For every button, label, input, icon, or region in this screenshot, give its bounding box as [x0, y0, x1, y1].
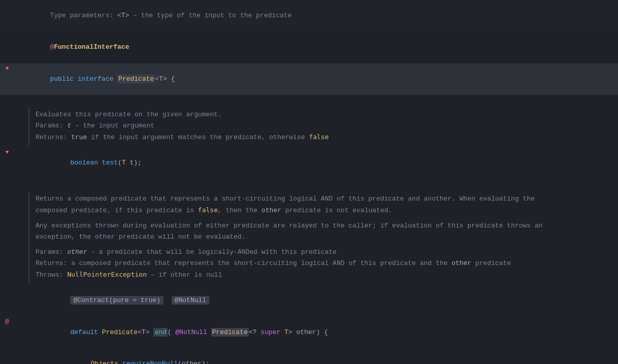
- doc-test-line-3: Returns: true if the input argument matc…: [36, 131, 612, 143]
- gutter-test: ▼: [0, 148, 14, 157]
- doc-and-line-4: Any exceptions thrown during evaluation …: [36, 220, 612, 231]
- and-annotations-row: @Contract(pure = true) @NotNull: [0, 285, 618, 317]
- editor-container: Type parameters: <T> – the type of the i…: [0, 0, 618, 364]
- spacer-2: [0, 179, 618, 189]
- test-method-declaration: ▼ boolean test(T t);: [0, 147, 618, 179]
- top-doc-text: Type parameters: <T> – the type of the i…: [14, 0, 618, 31]
- interface-declaration: ▼ public interface Predicate<T> {: [0, 63, 618, 95]
- test-method-text: boolean test(T t);: [14, 147, 618, 179]
- and-body-text1: Objects.requireNonNull(other);: [14, 348, 618, 364]
- doc-and-line-3: [36, 216, 612, 220]
- and-annotations-text: @Contract(pure = true) @NotNull: [14, 285, 618, 317]
- doc-and-line-9: Throws: NullPointerException – if other …: [36, 269, 612, 281]
- doc-block-and: Returns a composed predicate that repres…: [28, 191, 618, 283]
- gutter-and: @: [0, 317, 14, 327]
- doc-and-line-2: composed predicate, if this predicate is…: [36, 205, 612, 216]
- doc-test-line-1: Evaluates this predicate on the given ar…: [36, 109, 612, 120]
- doc-block-test: Evaluates this predicate on the given ar…: [28, 107, 618, 145]
- doc-and-line-1: Returns a composed predicate that repres…: [36, 193, 612, 205]
- content-area[interactable]: Type parameters: <T> – the type of the i…: [0, 0, 618, 364]
- top-doc-comment: Type parameters: <T> – the type of the i…: [0, 0, 618, 31]
- doc-test-line-2: Params: t – the input argument: [36, 120, 612, 131]
- doc-and-line-5: exception, the other predicate will not …: [36, 231, 612, 243]
- doc-and-line-8: Returns: a composed predicate that repre…: [36, 258, 612, 269]
- and-body-line1: Objects.requireNonNull(other);: [0, 348, 618, 364]
- functional-interface-annotation: @FunctionalInterface: [0, 31, 618, 63]
- and-method-declaration: @ default Predicate<T> and( @NotNull Pre…: [0, 317, 618, 348]
- gutter-interface: ▼: [0, 64, 14, 74]
- at-sign-gutter: @: [5, 317, 9, 327]
- functional-interface-text: @FunctionalInterface: [14, 31, 618, 63]
- spacer-1: [0, 95, 618, 105]
- interface-decl-text: public interface Predicate<T> {: [14, 63, 618, 95]
- doc-and-line-6: [36, 243, 612, 247]
- collapse-arrow-down[interactable]: ▼: [6, 64, 9, 74]
- and-method-text: default Predicate<T> and( @NotNull Predi…: [14, 317, 618, 348]
- doc-and-line-7: Params: other – a predicate that will be…: [36, 247, 612, 258]
- collapse-arrow-test[interactable]: ▼: [6, 148, 9, 157]
